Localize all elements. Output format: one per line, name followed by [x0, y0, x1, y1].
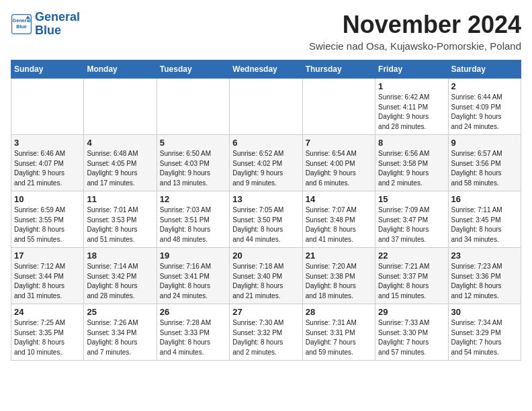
day-info: Sunrise: 6:44 AM Sunset: 4:09 PM Dayligh…	[451, 93, 518, 132]
calendar-cell: 11Sunrise: 7:01 AM Sunset: 3:53 PM Dayli…	[84, 191, 157, 248]
day-number: 23	[451, 250, 518, 261]
day-info: Sunrise: 6:50 AM Sunset: 4:03 PM Dayligh…	[160, 149, 226, 188]
calendar-cell: 21Sunrise: 7:20 AM Sunset: 3:38 PM Dayli…	[302, 248, 375, 304]
day-info: Sunrise: 6:48 AM Sunset: 4:05 PM Dayligh…	[87, 149, 153, 188]
day-number: 9	[451, 138, 518, 148]
day-info: Sunrise: 7:07 AM Sunset: 3:48 PM Dayligh…	[306, 205, 372, 244]
calendar-cell: 27Sunrise: 7:30 AM Sunset: 3:32 PM Dayli…	[230, 304, 302, 361]
calendar-cell: 23Sunrise: 7:23 AM Sunset: 3:36 PM Dayli…	[448, 248, 521, 304]
col-header-saturday: Saturday	[448, 60, 521, 79]
day-info: Sunrise: 7:14 AM Sunset: 3:42 PM Dayligh…	[87, 262, 153, 301]
calendar-cell: 19Sunrise: 7:16 AM Sunset: 3:41 PM Dayli…	[157, 248, 229, 304]
day-number: 28	[306, 307, 372, 317]
logo-line2: Blue	[35, 24, 80, 38]
calendar-cell: 26Sunrise: 7:28 AM Sunset: 3:33 PM Dayli…	[157, 304, 229, 361]
day-number: 21	[306, 250, 372, 261]
calendar-cell	[157, 79, 229, 135]
day-info: Sunrise: 7:11 AM Sunset: 3:45 PM Dayligh…	[451, 205, 518, 244]
calendar-table: SundayMondayTuesdayWednesdayThursdayFrid…	[11, 60, 521, 361]
day-number: 7	[306, 138, 372, 148]
calendar-cell: 7Sunrise: 6:54 AM Sunset: 4:00 PM Daylig…	[302, 135, 375, 191]
calendar-cell: 28Sunrise: 7:31 AM Sunset: 3:31 PM Dayli…	[302, 304, 375, 361]
day-number: 26	[160, 307, 226, 317]
day-number: 16	[451, 194, 518, 204]
day-number: 12	[160, 194, 226, 204]
day-number: 10	[14, 194, 81, 204]
logo-line1: General	[35, 11, 80, 24]
calendar-cell: 12Sunrise: 7:03 AM Sunset: 3:51 PM Dayli…	[157, 191, 229, 248]
day-number: 25	[87, 307, 153, 317]
calendar-cell: 13Sunrise: 7:05 AM Sunset: 3:50 PM Dayli…	[230, 191, 302, 248]
col-header-wednesday: Wednesday	[230, 60, 302, 79]
day-info: Sunrise: 6:52 AM Sunset: 4:02 PM Dayligh…	[232, 149, 299, 188]
day-info: Sunrise: 7:23 AM Sunset: 3:36 PM Dayligh…	[451, 262, 518, 301]
day-info: Sunrise: 7:30 AM Sunset: 3:32 PM Dayligh…	[232, 318, 299, 357]
day-number: 19	[160, 250, 226, 261]
day-info: Sunrise: 7:26 AM Sunset: 3:34 PM Dayligh…	[87, 318, 153, 357]
col-header-tuesday: Tuesday	[157, 60, 229, 79]
day-info: Sunrise: 7:03 AM Sunset: 3:51 PM Dayligh…	[160, 205, 226, 244]
day-number: 11	[87, 194, 153, 204]
svg-text:Blue: Blue	[16, 23, 27, 29]
calendar-cell: 25Sunrise: 7:26 AM Sunset: 3:34 PM Dayli…	[84, 304, 157, 361]
day-info: Sunrise: 7:09 AM Sunset: 3:47 PM Dayligh…	[378, 205, 445, 244]
day-info: Sunrise: 7:18 AM Sunset: 3:40 PM Dayligh…	[232, 262, 299, 301]
calendar-cell: 15Sunrise: 7:09 AM Sunset: 3:47 PM Dayli…	[375, 191, 448, 248]
day-number: 29	[378, 307, 445, 317]
col-header-friday: Friday	[375, 60, 448, 79]
page-subtitle: Swiecie nad Osa, Kujawsko-Pomorskie, Pol…	[309, 40, 521, 52]
day-number: 8	[378, 138, 445, 148]
calendar-cell: 8Sunrise: 6:56 AM Sunset: 3:58 PM Daylig…	[375, 135, 448, 191]
calendar-cell: 14Sunrise: 7:07 AM Sunset: 3:48 PM Dayli…	[302, 191, 375, 248]
day-number: 2	[451, 81, 518, 91]
calendar-cell	[230, 79, 302, 135]
day-number: 20	[232, 250, 299, 261]
calendar-cell: 6Sunrise: 6:52 AM Sunset: 4:02 PM Daylig…	[230, 135, 302, 191]
day-number: 3	[14, 138, 81, 148]
day-number: 22	[378, 250, 445, 261]
calendar-cell: 17Sunrise: 7:12 AM Sunset: 3:44 PM Dayli…	[11, 248, 84, 304]
calendar-cell: 3Sunrise: 6:46 AM Sunset: 4:07 PM Daylig…	[11, 135, 84, 191]
calendar-cell: 1Sunrise: 6:42 AM Sunset: 4:11 PM Daylig…	[375, 79, 448, 135]
calendar-cell: 5Sunrise: 6:50 AM Sunset: 4:03 PM Daylig…	[157, 135, 229, 191]
calendar-cell	[84, 79, 157, 135]
day-number: 24	[14, 307, 81, 317]
day-number: 14	[306, 194, 372, 204]
day-info: Sunrise: 7:33 AM Sunset: 3:30 PM Dayligh…	[378, 318, 445, 357]
calendar-cell: 10Sunrise: 6:59 AM Sunset: 3:55 PM Dayli…	[11, 191, 84, 248]
calendar-cell: 18Sunrise: 7:14 AM Sunset: 3:42 PM Dayli…	[84, 248, 157, 304]
day-number: 30	[451, 307, 518, 317]
calendar-cell: 30Sunrise: 7:34 AM Sunset: 3:29 PM Dayli…	[448, 304, 521, 361]
day-info: Sunrise: 6:42 AM Sunset: 4:11 PM Dayligh…	[378, 93, 445, 132]
day-info: Sunrise: 7:16 AM Sunset: 3:41 PM Dayligh…	[160, 262, 226, 301]
page-title: November 2024	[309, 11, 521, 39]
calendar-cell: 20Sunrise: 7:18 AM Sunset: 3:40 PM Dayli…	[230, 248, 302, 304]
calendar-cell: 16Sunrise: 7:11 AM Sunset: 3:45 PM Dayli…	[448, 191, 521, 248]
calendar-cell: 22Sunrise: 7:21 AM Sunset: 3:37 PM Dayli…	[375, 248, 448, 304]
day-info: Sunrise: 6:54 AM Sunset: 4:00 PM Dayligh…	[306, 149, 372, 188]
day-info: Sunrise: 7:25 AM Sunset: 3:35 PM Dayligh…	[14, 318, 81, 357]
calendar-cell: 24Sunrise: 7:25 AM Sunset: 3:35 PM Dayli…	[11, 304, 84, 361]
day-number: 15	[378, 194, 445, 204]
day-info: Sunrise: 6:59 AM Sunset: 3:55 PM Dayligh…	[14, 205, 81, 244]
day-number: 27	[232, 307, 299, 317]
calendar-cell	[302, 79, 375, 135]
day-info: Sunrise: 7:01 AM Sunset: 3:53 PM Dayligh…	[87, 205, 153, 244]
day-info: Sunrise: 7:05 AM Sunset: 3:50 PM Dayligh…	[232, 205, 299, 244]
logo: General Blue General Blue	[11, 11, 80, 38]
calendar-cell: 29Sunrise: 7:33 AM Sunset: 3:30 PM Dayli…	[375, 304, 448, 361]
day-number: 5	[160, 138, 226, 148]
day-number: 1	[378, 81, 445, 91]
day-number: 17	[14, 250, 81, 261]
day-info: Sunrise: 7:34 AM Sunset: 3:29 PM Dayligh…	[451, 318, 518, 357]
calendar-cell: 4Sunrise: 6:48 AM Sunset: 4:05 PM Daylig…	[84, 135, 157, 191]
day-info: Sunrise: 7:28 AM Sunset: 3:33 PM Dayligh…	[160, 318, 226, 357]
calendar-cell	[11, 79, 84, 135]
day-info: Sunrise: 6:57 AM Sunset: 3:56 PM Dayligh…	[451, 149, 518, 188]
calendar-cell: 9Sunrise: 6:57 AM Sunset: 3:56 PM Daylig…	[448, 135, 521, 191]
day-info: Sunrise: 7:20 AM Sunset: 3:38 PM Dayligh…	[306, 262, 372, 301]
day-info: Sunrise: 7:31 AM Sunset: 3:31 PM Dayligh…	[306, 318, 372, 357]
day-info: Sunrise: 6:56 AM Sunset: 3:58 PM Dayligh…	[378, 149, 445, 188]
col-header-monday: Monday	[84, 60, 157, 79]
calendar-cell: 2Sunrise: 6:44 AM Sunset: 4:09 PM Daylig…	[448, 79, 521, 135]
